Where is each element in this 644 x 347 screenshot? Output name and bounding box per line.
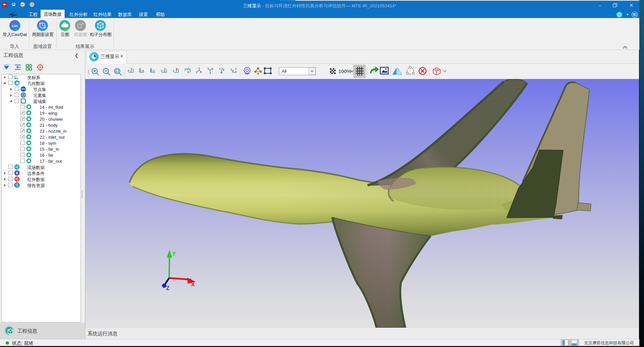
svg-text:Y: Y — [131, 67, 133, 71]
svg-text:z: z — [173, 69, 174, 72]
svg-text:z: z — [153, 69, 155, 72]
svg-text:z: z — [184, 68, 186, 71]
svg-text:Y: Y — [235, 67, 237, 71]
svg-text:z: z — [196, 70, 197, 74]
svg-text:z: z — [161, 69, 162, 72]
svg-text:cas: cas — [12, 23, 18, 28]
svg-text:Y: Y — [164, 67, 166, 71]
svg-text:X: X — [176, 67, 178, 71]
svg-text:Z: Z — [166, 285, 169, 291]
svg-text:Y: Y — [198, 67, 200, 70]
svg-text:z: z — [219, 67, 221, 70]
svg-text:x: x — [142, 69, 144, 72]
svg-text:100%: 100% — [338, 68, 351, 74]
svg-text:All: All — [282, 69, 287, 74]
svg-text:x: x — [17, 77, 18, 80]
svg-text:y: y — [172, 250, 176, 256]
svg-text:x: x — [187, 70, 189, 74]
svg-text:x: x — [128, 69, 129, 72]
svg-text:Y: Y — [139, 67, 141, 71]
svg-text:x: x — [211, 67, 213, 70]
svg-text:Y: Y — [150, 67, 152, 71]
svg-text:z: z — [15, 77, 16, 79]
svg-text:X: X — [191, 282, 195, 287]
svg-text:z: z — [209, 71, 211, 75]
svg-text:x: x — [232, 69, 234, 72]
svg-text:x: x — [223, 68, 224, 71]
svg-text:Y: Y — [207, 67, 209, 70]
svg-text:x: x — [200, 70, 202, 74]
